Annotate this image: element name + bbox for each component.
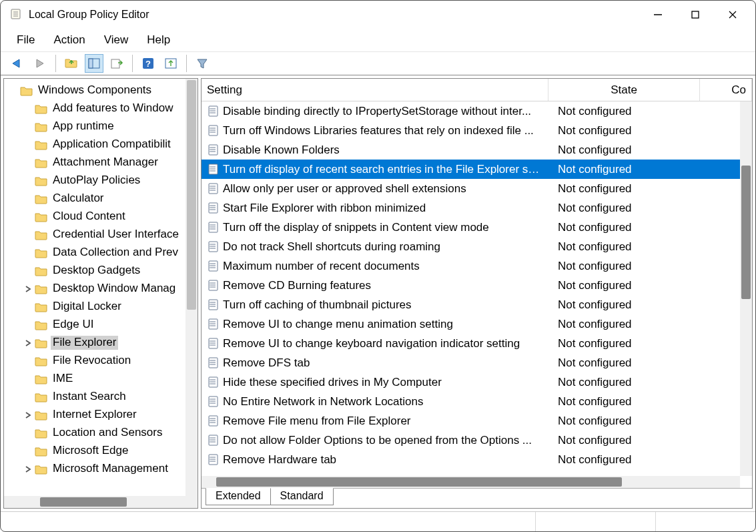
policy-row[interactable]: Remove UI to change keyboard navigation … <box>202 334 752 353</box>
tree-label: Application Compatibilit <box>51 138 173 152</box>
tree-node[interactable]: Data Collection and Prev <box>8 244 198 262</box>
show-tree-button[interactable] <box>85 54 103 73</box>
policy-state: Not configured <box>548 337 700 350</box>
tree-node[interactable]: Internet Explorer <box>8 406 198 424</box>
list-horizontal-scrollbar[interactable] <box>202 476 740 488</box>
folder-icon <box>35 392 48 403</box>
filter-button[interactable] <box>193 54 212 73</box>
expand-icon[interactable] <box>23 338 33 348</box>
policy-icon <box>206 299 220 310</box>
tree-label: Edge UI <box>51 318 95 332</box>
tree-node[interactable]: Microsoft Management <box>8 460 198 478</box>
tree-node[interactable]: Desktop Gadgets <box>8 262 198 280</box>
policy-setting: Remove DFS tab <box>223 356 548 370</box>
folder-icon <box>35 248 48 258</box>
up-folder-button[interactable] <box>62 54 81 73</box>
policy-setting: Remove UI to change keyboard navigation … <box>223 337 548 350</box>
tree-node[interactable]: File Explorer <box>8 334 198 352</box>
policy-row[interactable]: Turn off the display of snippets in Cont… <box>202 218 752 237</box>
tree-node[interactable]: Digital Locker <box>8 298 198 316</box>
policy-icon <box>206 396 220 407</box>
policy-row[interactable]: Start File Explorer with ribbon minimize… <box>202 198 752 218</box>
policy-row[interactable]: No Entire Network in Network LocationsNo… <box>202 392 752 411</box>
policy-row[interactable]: Turn off display of recent search entrie… <box>202 160 752 179</box>
help-button[interactable]: ? <box>139 54 157 73</box>
tree-horizontal-scrollbar[interactable] <box>4 496 185 508</box>
policy-setting: Start File Explorer with ribbon minimize… <box>223 202 548 215</box>
expand-icon[interactable] <box>23 410 33 421</box>
policy-row[interactable]: Remove CD Burning featuresNot configured <box>202 276 752 295</box>
forward-button[interactable] <box>31 54 49 73</box>
policy-row[interactable]: Remove Hardware tabNot configured <box>202 450 752 469</box>
tree-node[interactable]: Edge UI <box>8 316 198 334</box>
export-button[interactable] <box>107 54 126 73</box>
tree-node[interactable]: Credential User Interface <box>8 226 198 244</box>
list-vertical-scrollbar[interactable] <box>740 101 752 476</box>
policy-row[interactable]: Do not track Shell shortcuts during roam… <box>202 237 752 256</box>
column-header-state[interactable]: State <box>548 79 700 101</box>
tree-node[interactable]: Calculator <box>8 190 198 208</box>
menu-help[interactable]: Help <box>137 31 179 49</box>
policy-row[interactable]: Disable Known FoldersNot configured <box>202 140 752 160</box>
list-tabs: Extended Standard <box>202 488 752 508</box>
tree-node[interactable]: Application Compatibilit <box>8 136 198 154</box>
policy-row[interactable]: Do not allow Folder Options to be opened… <box>202 431 752 450</box>
spacer <box>23 428 33 439</box>
column-header-setting[interactable]: Setting <box>202 79 548 101</box>
tree-node[interactable]: Add features to Window <box>8 99 198 117</box>
close-button[interactable] <box>714 2 751 27</box>
policy-row[interactable]: Remove UI to change menu animation setti… <box>202 314 752 334</box>
policy-row[interactable]: Turn off caching of thumbnail picturesNo… <box>202 295 752 314</box>
policy-row[interactable]: Hide these specified drives in My Comput… <box>202 372 752 392</box>
policy-setting: Disable binding directly to IPropertySet… <box>223 105 548 118</box>
policy-row[interactable]: Remove DFS tabNot configured <box>202 353 752 372</box>
spacer <box>23 266 33 276</box>
policy-row[interactable]: Maximum number of recent documentsNot co… <box>202 256 752 276</box>
tab-extended[interactable]: Extended <box>206 488 270 505</box>
folder-icon <box>35 374 48 384</box>
minimize-button[interactable] <box>639 2 677 27</box>
policy-icon <box>206 105 220 117</box>
column-header-comment[interactable]: Co <box>700 79 752 101</box>
policy-row[interactable]: Disable binding directly to IPropertySet… <box>202 101 752 121</box>
tree-node[interactable]: Desktop Window Manag <box>8 280 198 298</box>
menu-file[interactable]: File <box>7 31 44 49</box>
policy-setting: Remove File menu from File Explorer <box>223 415 548 428</box>
policy-setting: Turn off caching of thumbnail pictures <box>223 298 548 312</box>
policy-setting: Do not track Shell shortcuts during roam… <box>223 240 548 254</box>
back-button[interactable] <box>8 54 27 73</box>
policy-row[interactable]: Turn off Windows Libraries features that… <box>202 121 752 140</box>
tree-node[interactable]: Location and Sensors <box>8 424 198 442</box>
policy-icon <box>206 376 220 388</box>
tree-label: File Explorer <box>51 336 118 350</box>
tree-label: App runtime <box>51 119 116 134</box>
policy-state: Not configured <box>548 144 700 157</box>
tab-standard[interactable]: Standard <box>270 488 334 505</box>
menu-view[interactable]: View <box>95 31 138 49</box>
folder-icon <box>35 320 48 330</box>
policy-row[interactable]: Allow only per user or approved shell ex… <box>202 179 752 198</box>
policy-setting: Remove CD Burning features <box>223 279 548 292</box>
maximize-button[interactable] <box>677 2 714 27</box>
expand-icon[interactable] <box>23 464 33 475</box>
policy-state: Not configured <box>548 124 700 138</box>
tree-node[interactable]: File Revocation <box>8 352 198 370</box>
expand-icon[interactable] <box>23 284 33 294</box>
policy-row[interactable]: Remove File menu from File ExplorerNot c… <box>202 411 752 431</box>
tree-node[interactable]: AutoPlay Policies <box>8 172 198 190</box>
properties-button[interactable] <box>161 54 180 73</box>
tree-label: Digital Locker <box>51 300 123 314</box>
status-cell <box>1 512 535 531</box>
spacer <box>23 140 33 150</box>
tree-node-root[interactable]: Windows Components <box>8 81 198 99</box>
tree-node[interactable]: App runtime <box>8 117 198 136</box>
folder-icon <box>35 212 48 222</box>
menu-action[interactable]: Action <box>44 31 94 49</box>
tree-node[interactable]: Microsoft Edge <box>8 442 198 460</box>
tree-node[interactable]: IME <box>8 370 198 388</box>
tree-node[interactable]: Cloud Content <box>8 208 198 226</box>
tree-node[interactable]: Instant Search <box>8 388 198 406</box>
policy-state: Not configured <box>548 221 700 234</box>
tree-vertical-scrollbar[interactable] <box>185 79 198 508</box>
tree-node[interactable]: Attachment Manager <box>8 154 198 172</box>
